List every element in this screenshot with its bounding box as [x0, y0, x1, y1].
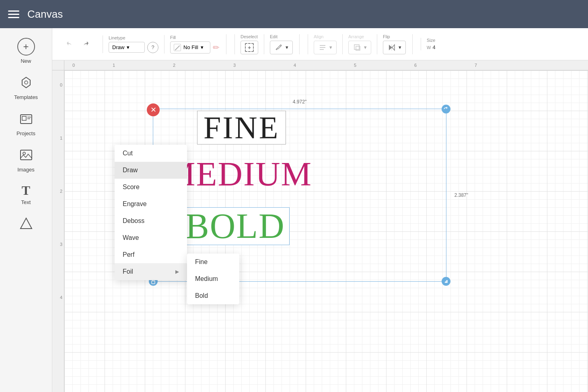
- menu-item-score[interactable]: Score: [115, 179, 187, 196]
- menu-item-engrave[interactable]: Engrave: [115, 196, 187, 213]
- fill-controls: No Fill ▾ ✏: [170, 41, 220, 54]
- ruler-top: 0 1 2 3 4 5 6 7: [64, 60, 588, 70]
- fine-text: FINE: [204, 110, 280, 145]
- menu-item-wave[interactable]: Wave: [115, 229, 187, 246]
- header: Canvas: [0, 0, 588, 28]
- sidebar-item-text[interactable]: T Text: [0, 178, 52, 211]
- deselect-label: Deselect: [241, 34, 258, 39]
- svg-rect-5: [21, 150, 32, 160]
- ruler-h-2: 2: [173, 63, 175, 68]
- size-label: Size: [427, 38, 436, 43]
- app-title: Canvas: [27, 8, 63, 21]
- menu-item-perf[interactable]: Perf: [115, 246, 187, 263]
- menu-item-foil-label: Foil: [123, 268, 133, 275]
- sidebar-label-new: New: [21, 58, 31, 64]
- menu-item-deboss[interactable]: Deboss: [115, 213, 187, 229]
- sidebar-item-new[interactable]: + New: [0, 32, 52, 70]
- sidebar-label-templates: Templates: [14, 94, 38, 100]
- linetype-help-button[interactable]: ?: [147, 42, 158, 53]
- fill-group: Fill No Fill ▾ ✏: [164, 35, 220, 54]
- canvas-grid: ✕ 4.972" 2.387" FI: [64, 70, 588, 392]
- foil-submenu: Fine Medium Bold: [187, 254, 239, 304]
- align-icon: [318, 43, 327, 52]
- menu-item-wave-label: Wave: [123, 234, 139, 241]
- projects-icon: [19, 111, 33, 128]
- edit-button[interactable]: ▾: [270, 41, 293, 54]
- canvas-area: 0 1 2 3 4 5 6 7 0 1 2 3 4: [52, 60, 588, 392]
- sidebar-item-shapes[interactable]: [0, 211, 52, 239]
- ruler-h-1: 1: [113, 63, 115, 68]
- ruler-left: 0 1 2 3 4: [52, 70, 64, 392]
- svg-rect-10: [354, 45, 359, 50]
- fill-value: No Fill: [183, 44, 198, 50]
- menu-item-cut[interactable]: Cut: [115, 145, 187, 162]
- pencil-icon[interactable]: ✏: [213, 43, 220, 52]
- foil-item-fine[interactable]: Fine: [187, 254, 239, 270]
- svg-point-0: [25, 81, 28, 84]
- ruler-h-0: 0: [72, 63, 75, 68]
- svg-point-6: [23, 152, 25, 155]
- fill-dropdown[interactable]: No Fill ▾: [170, 41, 210, 54]
- edit-chevron: ▾: [286, 44, 288, 50]
- toolbar: Linetype Draw ▾ ? Fill No Fill ▾: [52, 28, 588, 60]
- deselect-group: Deselect +: [234, 34, 258, 54]
- linetype-chevron: ▾: [127, 44, 130, 50]
- menu-item-score-label: Score: [123, 184, 140, 191]
- size-controls: W 4: [427, 44, 436, 50]
- flip-icon: [387, 43, 396, 52]
- ruler-v-4: 4: [60, 295, 62, 300]
- images-icon: [19, 148, 33, 164]
- edit-icon: [274, 43, 283, 52]
- menu-button[interactable]: [8, 10, 19, 18]
- undo-button[interactable]: [62, 37, 77, 52]
- deselect-icon: +: [245, 43, 254, 52]
- menu-item-perf-label: Perf: [123, 251, 134, 258]
- sidebar: + New Templates Projects: [0, 28, 52, 392]
- linetype-value: Draw: [112, 44, 124, 50]
- arrange-button[interactable]: ▾: [348, 41, 371, 54]
- dimension-top: 4.972": [293, 99, 306, 105]
- foil-item-bold[interactable]: Bold: [187, 287, 239, 304]
- dimension-right: 2.387": [454, 192, 468, 198]
- toolbar-separator-3: [412, 34, 413, 54]
- fill-chevron: ▾: [201, 44, 204, 50]
- flip-chevron: ▾: [399, 44, 401, 50]
- sidebar-item-templates[interactable]: Templates: [0, 70, 52, 106]
- sidebar-label-projects: Projects: [16, 130, 35, 136]
- arrange-icon: [353, 43, 362, 52]
- toolbar-separator-1: [226, 34, 226, 54]
- toolbar-separator-2: [299, 34, 300, 54]
- flip-button[interactable]: ▾: [383, 41, 406, 54]
- foil-submenu-arrow: ▶: [175, 269, 179, 274]
- menu-item-draw[interactable]: Draw: [115, 162, 187, 179]
- align-button[interactable]: ▾: [314, 41, 337, 54]
- menu-item-deboss-label: Deboss: [123, 217, 144, 225]
- deselect-button[interactable]: +: [241, 41, 258, 54]
- ruler-h-3: 3: [233, 63, 236, 68]
- ruler-h-6: 6: [414, 63, 417, 68]
- delete-button[interactable]: ✕: [147, 103, 160, 116]
- flip-group: Flip ▾: [377, 34, 406, 54]
- templates-icon: [19, 75, 33, 92]
- rotation-handle[interactable]: [442, 105, 450, 113]
- ruler-v-3: 3: [60, 242, 62, 247]
- bold-text-container[interactable]: BOLD: [181, 207, 290, 245]
- sidebar-label-images: Images: [17, 167, 35, 173]
- foil-bold-label: Bold: [195, 292, 208, 299]
- redo-button[interactable]: [78, 37, 93, 52]
- shapes-icon: [19, 217, 33, 233]
- resize-handle[interactable]: [442, 277, 450, 286]
- fill-label: Fill: [170, 35, 220, 40]
- sidebar-item-projects[interactable]: Projects: [0, 106, 52, 142]
- size-group: Size W 4: [421, 38, 436, 50]
- sidebar-item-images[interactable]: Images: [0, 142, 52, 178]
- linetype-label: Linetype: [109, 35, 158, 40]
- foil-medium-label: Medium: [195, 275, 218, 282]
- menu-item-foil[interactable]: Foil ▶: [115, 263, 187, 280]
- linetype-controls: Draw ▾ ?: [109, 42, 158, 53]
- fine-text-container[interactable]: FINE: [197, 111, 286, 144]
- ruler-v-2: 2: [60, 189, 62, 194]
- menu-item-cut-label: Cut: [123, 150, 133, 157]
- foil-item-medium[interactable]: Medium: [187, 270, 239, 287]
- linetype-dropdown[interactable]: Draw ▾: [109, 42, 145, 53]
